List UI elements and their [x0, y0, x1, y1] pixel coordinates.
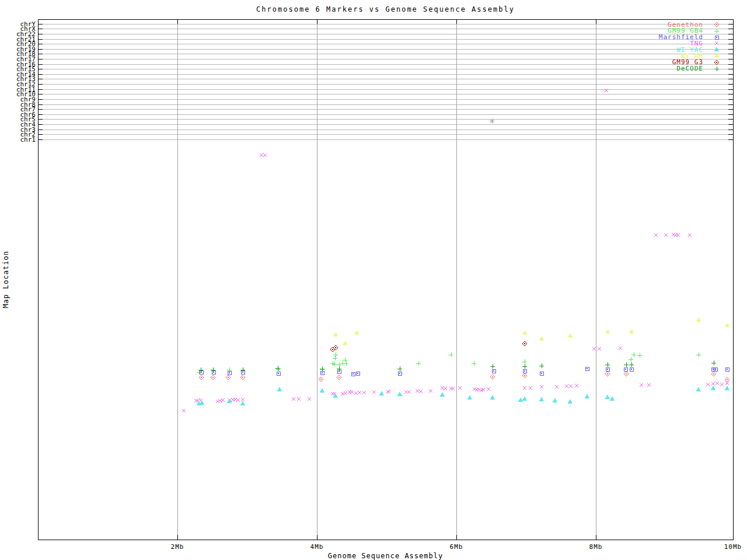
plot-frame [38, 19, 733, 540]
chrom-label-chr1: chr1 [20, 136, 36, 144]
scatter-plot: chrYchrXchr22chr21chr20chr19chr18chr17ch… [0, 0, 747, 560]
x-tick-labels: 2Mb4Mb6Mb8Mb10Mb [171, 543, 742, 551]
series-wi-yac [197, 387, 729, 405]
series-gm99-g3 [330, 341, 527, 352]
legend: GenethonGM99 GB4MarshfieldTNGWI YACWI RH… [659, 21, 719, 73]
series-tng [182, 89, 729, 412]
x-tick-6Mb: 6Mb [450, 543, 463, 551]
series-gm99-gb4 [197, 118, 701, 374]
legend-label-decode: DeCODE [676, 65, 703, 72]
x-tick-8Mb: 8Mb [589, 543, 603, 551]
chrom-row-labels: chrYchrXchr22chr21chr20chr19chr18chr17ch… [16, 20, 36, 144]
h-gridlines [38, 24, 733, 139]
x-tick-10Mb: 10Mb [724, 543, 742, 551]
x-tick-4Mb: 4Mb [310, 543, 324, 551]
plot-page: Chromosome 6 Markers vs Genome Sequence … [0, 0, 747, 560]
x-tick-2Mb: 2Mb [171, 543, 184, 551]
series-wi-rh [333, 318, 729, 346]
v-gridlines [177, 19, 733, 540]
series-decode [198, 360, 716, 372]
